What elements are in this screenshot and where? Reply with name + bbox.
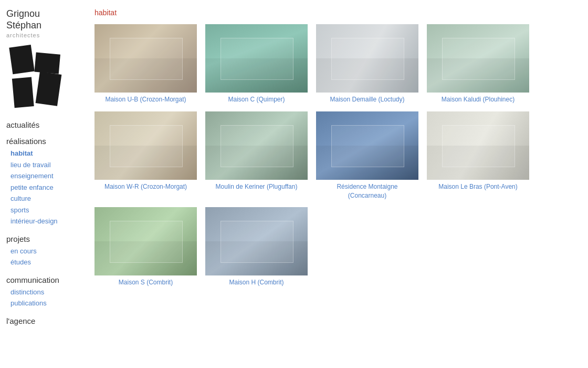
project-item-10[interactable]: Maison H (Combrit) bbox=[205, 207, 308, 287]
project-thumb-9 bbox=[94, 207, 197, 275]
nav-section-communication[interactable]: communication bbox=[6, 275, 78, 284]
svg-rect-1 bbox=[34, 53, 60, 74]
project-item-3[interactable]: Maison Demaille (Loctudy) bbox=[316, 24, 418, 104]
project-item-5[interactable]: Maison W-R (Crozon-Morgat) bbox=[94, 111, 197, 200]
project-thumb-1 bbox=[94, 24, 197, 93]
nav-container: actualitésréalisationshabitatlieu de tra… bbox=[6, 120, 78, 325]
page-title: habitat bbox=[94, 8, 578, 17]
project-label-6: Moulin de Keriner (Pluguffan) bbox=[216, 182, 298, 191]
project-thumb-8 bbox=[427, 111, 529, 180]
nav-item-habitat[interactable]: habitat bbox=[6, 148, 78, 159]
project-label-5: Maison W-R (Crozon-Morgat) bbox=[104, 182, 187, 191]
project-thumb-6 bbox=[205, 111, 308, 180]
nav-item-publications[interactable]: publications bbox=[6, 298, 78, 309]
project-thumb-3 bbox=[316, 24, 418, 93]
svg-rect-3 bbox=[36, 71, 62, 106]
nav-item-interieur-design[interactable]: intérieur-design bbox=[6, 216, 78, 227]
nav-section-realisations[interactable]: réalisations bbox=[6, 137, 78, 146]
nav-item-distinctions[interactable]: distinctions bbox=[6, 287, 78, 298]
nav-section-actualites[interactable]: actualités bbox=[6, 120, 78, 129]
nav-section-agence[interactable]: l'agence bbox=[6, 316, 78, 325]
project-label-7: Résidence Montaigne(Concarneau) bbox=[337, 182, 397, 200]
nav-item-culture[interactable]: culture bbox=[6, 193, 78, 205]
project-thumb-7 bbox=[316, 111, 418, 180]
project-thumb-5 bbox=[94, 111, 197, 180]
nav-item-en-cours[interactable]: en cours bbox=[6, 246, 78, 257]
project-thumb-2 bbox=[205, 24, 308, 93]
project-label-3: Maison Demaille (Loctudy) bbox=[330, 95, 404, 104]
project-label-1: Maison U-B (Crozon-Morgat) bbox=[105, 95, 186, 104]
project-thumb-4 bbox=[427, 24, 529, 93]
nav-item-lieu-de-travail[interactable]: lieu de travail bbox=[6, 159, 78, 171]
project-thumb-10 bbox=[205, 207, 308, 275]
project-label-10: Maison H (Combrit) bbox=[229, 278, 284, 287]
nav-item-etudes[interactable]: études bbox=[6, 257, 78, 268]
nav-item-sports[interactable]: sports bbox=[6, 205, 78, 216]
project-label-2: Maison C (Quimper) bbox=[228, 95, 285, 104]
main-content: habitat Maison U-B (Crozon-Morgat)Maison… bbox=[84, 0, 588, 368]
svg-rect-0 bbox=[9, 45, 34, 74]
project-item-9[interactable]: Maison S (Combrit) bbox=[94, 207, 197, 287]
project-grid: Maison U-B (Crozon-Morgat)Maison C (Quim… bbox=[94, 24, 578, 287]
site-name: Grignou Stéphan bbox=[6, 8, 78, 31]
project-item-1[interactable]: Maison U-B (Crozon-Morgat) bbox=[94, 24, 197, 104]
project-label-4: Maison Kaludi (Plouhinec) bbox=[442, 95, 514, 104]
project-item-2[interactable]: Maison C (Quimper) bbox=[205, 24, 308, 104]
logo-icon bbox=[6, 44, 64, 112]
sidebar: Grignou Stéphan architectes actualitésré… bbox=[0, 0, 84, 368]
project-item-6[interactable]: Moulin de Keriner (Pluguffan) bbox=[205, 111, 308, 200]
project-label-9: Maison S (Combrit) bbox=[119, 278, 173, 287]
project-label-8: Maison Le Bras (Pont-Aven) bbox=[438, 182, 518, 191]
project-item-7[interactable]: Résidence Montaigne(Concarneau) bbox=[316, 111, 418, 200]
nav-item-enseignement[interactable]: enseignement bbox=[6, 170, 78, 182]
nav-section-projets[interactable]: projets bbox=[6, 234, 78, 243]
svg-rect-2 bbox=[12, 77, 34, 108]
project-item-8[interactable]: Maison Le Bras (Pont-Aven) bbox=[427, 111, 529, 200]
project-item-4[interactable]: Maison Kaludi (Plouhinec) bbox=[427, 24, 529, 104]
logo[interactable] bbox=[6, 44, 64, 112]
nav-item-petite-enfance[interactable]: petite enfance bbox=[6, 182, 78, 193]
site-subtitle: architectes bbox=[6, 32, 78, 38]
